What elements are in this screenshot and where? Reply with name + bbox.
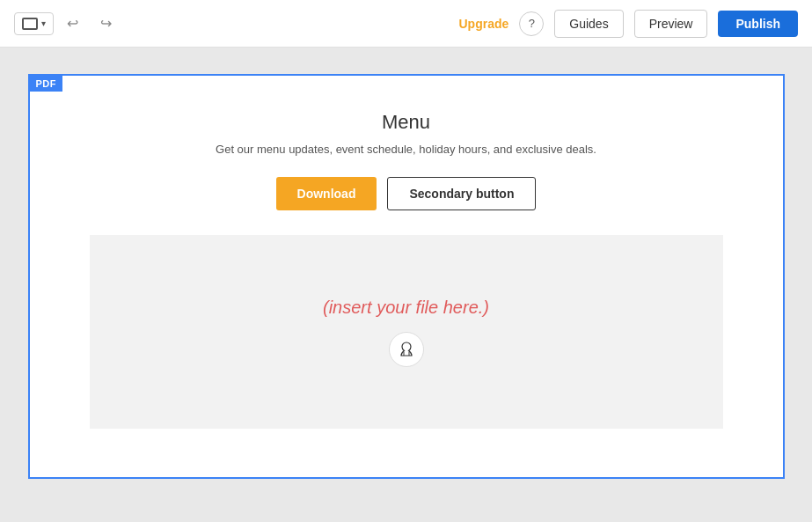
upgrade-link[interactable]: Upgrade [458, 17, 508, 31]
pdf-placeholder: (insert your file here.) [90, 235, 723, 429]
page-content: Menu Get our menu updates, event schedul… [48, 102, 765, 429]
page-frame: PDF Menu Get our menu updates, event sch… [28, 74, 785, 479]
download-button[interactable]: Download [276, 177, 377, 210]
help-button[interactable]: ? [519, 11, 544, 36]
toolbar: ▾ ↩ ↪ Upgrade ? Guides Preview Publish [0, 0, 812, 48]
buttons-row: Download Secondary button [276, 177, 537, 210]
chevron-down-icon: ▾ [41, 18, 46, 28]
undo-button[interactable]: ↩ [57, 9, 87, 39]
question-mark-icon: ? [529, 17, 535, 30]
toolbar-center: Upgrade ? Guides Preview Publish [458, 10, 798, 38]
menu-subtitle: Get our menu updates, event schedule, ho… [216, 143, 596, 156]
insert-placeholder-text: (insert your file here.) [323, 298, 489, 318]
redo-button[interactable]: ↪ [91, 9, 121, 39]
acrobat-icon [389, 332, 424, 367]
secondary-button[interactable]: Secondary button [387, 177, 536, 210]
device-selector[interactable]: ▾ [14, 12, 54, 35]
preview-button[interactable]: Preview [634, 10, 708, 38]
desktop-icon [22, 18, 38, 30]
menu-title: Menu [382, 111, 430, 134]
canvas-area: PDF Menu Get our menu updates, event sch… [0, 48, 812, 522]
pdf-acrobat-svg [397, 340, 416, 359]
undo-icon: ↩ [67, 15, 78, 32]
pdf-badge: PDF [30, 76, 63, 92]
toolbar-left: ▾ ↩ ↪ [14, 9, 451, 39]
guides-button[interactable]: Guides [554, 10, 623, 38]
redo-icon: ↪ [100, 15, 112, 32]
publish-button[interactable]: Publish [718, 11, 798, 37]
